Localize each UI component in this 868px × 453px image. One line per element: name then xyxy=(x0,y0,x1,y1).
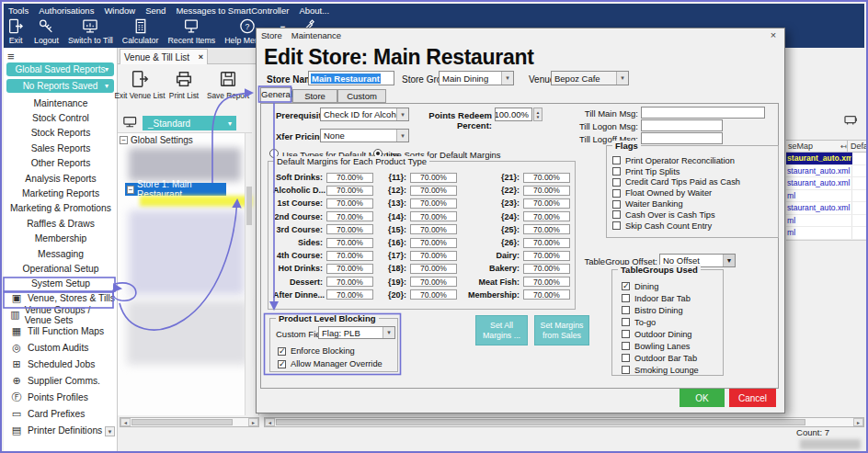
sidebar-item[interactable]: Scheduled Jobs xyxy=(4,357,118,373)
till-logon-msg-input[interactable] xyxy=(641,119,723,131)
tablegroup-checkbox-row[interactable]: To-go xyxy=(622,316,721,328)
plb-checkbox-row[interactable]: Allow Manager Override xyxy=(278,357,383,370)
margin-input[interactable]: 70.00% xyxy=(410,289,457,300)
close-icon[interactable]: × xyxy=(764,29,782,42)
close-icon[interactable]: × xyxy=(199,52,203,62)
checkbox-icon[interactable] xyxy=(612,167,621,176)
checkbox-icon[interactable] xyxy=(622,366,630,374)
column-pin-icon[interactable]: ↤ xyxy=(840,142,847,151)
column-header-default[interactable]: Defa xyxy=(848,142,868,151)
set-margins-from-sales-button[interactable]: Set Margins from Sales xyxy=(534,315,589,345)
table-row[interactable]: ml xyxy=(786,215,868,228)
table-row[interactable]: staurant_auto.xml xyxy=(786,177,868,190)
checkbox-icon[interactable] xyxy=(612,221,621,230)
margin-input[interactable]: 70.00% xyxy=(326,211,373,221)
margin-input[interactable]: 70.00% xyxy=(410,186,457,196)
table-row[interactable]: ml xyxy=(786,227,868,240)
scrollbar-thumb[interactable] xyxy=(246,187,252,225)
calculator-button[interactable]: Calculator xyxy=(120,17,162,46)
tablegroup-checkbox-row[interactable]: Outdoor Bar Tab xyxy=(622,352,721,364)
points-redeem-stepper[interactable]: ▲▼ xyxy=(533,108,542,121)
switch-to-till-button[interactable]: Switch to Till xyxy=(65,17,116,46)
checkbox-icon[interactable] xyxy=(622,318,630,326)
margin-input[interactable]: 70.00% xyxy=(523,224,570,234)
scroll-left-icon[interactable]: ◄ xyxy=(120,418,131,426)
sidebar-item[interactable]: Analysis Reports xyxy=(4,171,118,186)
checkbox-icon[interactable] xyxy=(622,282,630,290)
exit-venue-list-button[interactable]: Exit Venue List xyxy=(118,66,162,107)
sidebar-item[interactable]: Membership xyxy=(4,232,118,246)
dialog-menu-item[interactable]: Store xyxy=(261,30,282,43)
margin-input[interactable]: 70.00% xyxy=(326,289,373,300)
checkbox-icon[interactable] xyxy=(622,294,630,302)
main-horizontal-scrollbar[interactable]: ◄ ► xyxy=(264,417,864,427)
margin-input[interactable]: 70.00% xyxy=(326,224,373,234)
margin-input[interactable]: 70.00% xyxy=(523,173,570,183)
tablegroup-checkbox-row[interactable]: Indoor Bar Tab xyxy=(622,292,721,304)
sidebar-item[interactable]: Sales Reports xyxy=(4,141,118,155)
sidebar-item[interactable]: Operational Setup xyxy=(4,261,118,276)
tab-venue-till-list[interactable]: Venue & Till List × xyxy=(120,49,208,64)
checkbox-icon[interactable] xyxy=(612,210,621,219)
sidebar-item[interactable]: Maintenance xyxy=(4,96,118,110)
margin-input[interactable]: 70.00% xyxy=(326,277,373,287)
checkbox-icon[interactable] xyxy=(622,354,630,362)
custom-field-dropdown[interactable]: Flag: PLB ▾ xyxy=(318,326,395,339)
sidebar-item[interactable]: Marketing Reports xyxy=(4,186,118,200)
venue-dropdown[interactable]: Bepoz Cafe ▾ xyxy=(551,71,629,85)
sidebar-item[interactable]: Supplier Comms. xyxy=(4,372,118,389)
sidebar-item[interactable]: Custom Audits xyxy=(4,340,118,357)
margin-input[interactable]: 70.00% xyxy=(410,211,457,221)
margin-input[interactable]: 70.00% xyxy=(410,238,457,248)
menubar-item[interactable]: About... xyxy=(299,6,329,16)
flag-checkbox-row[interactable]: Credit Card Tips Paid as Cash xyxy=(612,177,776,188)
tablegroup-checkbox-row[interactable]: Outdoor Dining xyxy=(622,328,721,340)
set-all-margins-button[interactable]: Set All Margins ... xyxy=(475,315,528,345)
sidebar-item[interactable]: Card Prefixes xyxy=(4,405,118,422)
margin-input[interactable]: 70.00% xyxy=(326,198,373,209)
checkbox-icon[interactable] xyxy=(622,306,630,314)
margin-input[interactable]: 70.00% xyxy=(410,264,457,274)
sidebar-item[interactable]: Stock Control xyxy=(4,110,118,125)
tab-general[interactable]: General xyxy=(260,87,292,103)
margin-input[interactable]: 70.00% xyxy=(410,277,457,287)
scroll-right-icon[interactable]: ► xyxy=(853,418,863,426)
margin-input[interactable]: 70.00% xyxy=(523,289,570,300)
checkbox-icon[interactable] xyxy=(612,178,621,187)
dialog-menu-item[interactable]: Maintenance xyxy=(291,30,341,43)
checkbox-icon[interactable] xyxy=(278,360,286,368)
scrollbar-thumb[interactable] xyxy=(276,419,805,425)
margin-input[interactable]: 70.00% xyxy=(523,277,570,287)
tablegroup-checkbox-row[interactable]: Bistro Dining xyxy=(622,304,721,316)
tablegroup-checkbox-row[interactable]: Bowling Lanes xyxy=(622,340,721,352)
scroll-left-icon[interactable]: ◄ xyxy=(265,418,275,426)
margin-input[interactable]: 70.00% xyxy=(410,224,457,234)
tree-horizontal-scrollbar[interactable]: ◄ ► xyxy=(120,417,259,427)
store-group-dropdown[interactable]: Main Dining ▾ xyxy=(439,71,514,85)
sidebar-item[interactable]: Other Reports xyxy=(4,156,118,171)
flag-checkbox-row[interactable]: Waiter Banking xyxy=(612,198,776,210)
xfer-pricing-dropdown[interactable]: None ▾ xyxy=(320,129,409,142)
margin-input[interactable]: 70.00% xyxy=(326,173,373,183)
margin-input[interactable]: 70.00% xyxy=(410,251,457,261)
margin-input[interactable]: 70.00% xyxy=(523,211,570,221)
menubar-item[interactable]: Messages to SmartController xyxy=(176,6,289,16)
tree-vertical-scrollbar[interactable] xyxy=(245,133,252,416)
plb-checkbox-row[interactable]: Enforce Blocking xyxy=(278,345,383,357)
chevron-down-icon[interactable]: ▾ xyxy=(501,72,513,85)
checkbox-icon[interactable] xyxy=(622,330,630,338)
ok-button[interactable]: OK xyxy=(680,389,725,407)
scrollbar-thumb[interactable] xyxy=(131,419,233,425)
recent-items-button[interactable]: Recent Items xyxy=(165,17,218,46)
checkbox-icon[interactable] xyxy=(612,200,621,209)
sidebar-item[interactable]: Stock Reports xyxy=(4,126,118,141)
table-row[interactable]: staurant_auto.xml xyxy=(786,165,868,178)
store-name-input[interactable]: Main Restaurant xyxy=(308,71,394,85)
flag-checkbox-row[interactable]: Skip Cash Count Entry xyxy=(612,221,776,232)
margin-input[interactable]: 70.00% xyxy=(326,186,373,196)
margin-input[interactable]: 70.00% xyxy=(326,238,373,248)
sidebar-item[interactable]: Raffles & Draws xyxy=(4,216,118,231)
margin-input[interactable]: 70.00% xyxy=(326,264,373,274)
global-saved-reports-dropdown[interactable]: Global Saved Reports ▾ xyxy=(6,62,114,76)
no-reports-saved-dropdown[interactable]: No Reports Saved ▾ xyxy=(6,79,114,93)
